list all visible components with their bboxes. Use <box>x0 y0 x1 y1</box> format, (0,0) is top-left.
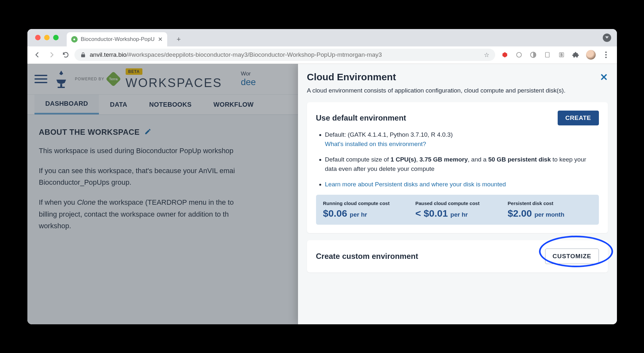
tab-overflow-icon[interactable] <box>603 34 611 42</box>
profile-avatar[interactable] <box>586 50 596 60</box>
panel-title: Cloud Environment <box>307 72 396 83</box>
window-minimize-button[interactable] <box>44 35 50 40</box>
reload-button[interactable] <box>60 49 71 60</box>
page-viewport: POWERED BY Terra BETA WORKSPACES Wor dee <box>27 64 617 324</box>
default-env-item-3: Learn more about Persistent disks and wh… <box>325 180 599 189</box>
favicon-icon: ● <box>71 36 78 43</box>
extensions-puzzle-icon[interactable] <box>572 51 580 59</box>
close-icon[interactable]: ✕ <box>600 72 608 83</box>
cloud-environment-panel: Cloud Environment ✕ A cloud environment … <box>298 64 617 324</box>
svg-point-8 <box>605 54 607 56</box>
forward-button[interactable] <box>46 49 57 60</box>
svg-text:B: B <box>560 53 562 57</box>
svg-point-2 <box>516 53 521 57</box>
default-env-title: Use default environment <box>316 113 406 123</box>
extension-icon-4[interactable] <box>543 51 551 59</box>
back-button[interactable] <box>32 49 43 60</box>
svg-point-7 <box>605 52 607 53</box>
extension-icon-1[interactable] <box>501 51 509 59</box>
window-close-button[interactable] <box>35 35 41 40</box>
svg-marker-0 <box>605 36 609 38</box>
browser-tab[interactable]: ● Bioconductor-Workshop-PopU ✕ <box>67 32 167 46</box>
custom-environment-card: Create custom environment CUSTOMIZE <box>307 240 608 272</box>
custom-env-title: Create custom environment <box>316 252 418 261</box>
url-path: /#workspaces/deeppilots-bioconductor-may… <box>127 51 382 58</box>
tab-strip: ● Bioconductor-Workshop-PopU ✕ + <box>27 29 617 46</box>
lock-icon <box>80 52 86 58</box>
svg-marker-1 <box>502 52 507 58</box>
url-host: anvil.terra.bio <box>90 51 127 58</box>
panel-subtitle: A cloud environment consists of applicat… <box>307 86 608 95</box>
extension-icons: B <box>498 50 612 60</box>
chrome-menu-icon[interactable] <box>602 51 610 59</box>
cost-disk: Persistent disk cost $2.00per month <box>508 201 592 219</box>
tab-title: Bioconductor-Workshop-PopU <box>81 36 155 43</box>
default-environment-card: Use default environment CREATE Default: … <box>307 102 608 233</box>
default-env-item-1: Default: (GATK 4.1.4.1, Python 3.7.10, R… <box>325 130 599 149</box>
window-maximize-button[interactable] <box>53 35 59 40</box>
learn-more-link[interactable]: Learn more about Persistent disks and wh… <box>325 181 506 188</box>
window-controls <box>35 35 59 40</box>
whats-installed-link[interactable]: What's installed on this environment? <box>325 141 426 147</box>
default-env-item-2: Default compute size of 1 CPU(s), 3.75 G… <box>325 155 599 174</box>
tab-close-button[interactable]: ✕ <box>158 36 163 43</box>
browser-window: ● Bioconductor-Workshop-PopU ✕ + anvil.t… <box>27 29 617 324</box>
extension-icon-2[interactable] <box>515 51 523 59</box>
cost-paused: Paused cloud compute cost < $0.01per hr <box>415 201 499 219</box>
new-tab-button[interactable]: + <box>173 34 185 45</box>
extension-icon-3[interactable] <box>529 51 537 59</box>
svg-point-9 <box>605 57 607 58</box>
customize-button[interactable]: CUSTOMIZE <box>545 249 599 264</box>
extension-icon-5[interactable]: B <box>558 51 565 59</box>
cost-summary: Running cloud compute cost $0.06per hr P… <box>316 195 599 225</box>
cost-running: Running cloud compute cost $0.06per hr <box>323 201 407 219</box>
bookmark-star-icon[interactable]: ☆ <box>484 51 489 59</box>
browser-toolbar: anvil.terra.bio/#workspaces/deeppilots-b… <box>27 46 617 64</box>
svg-rect-4 <box>545 53 549 57</box>
create-button[interactable]: CREATE <box>558 111 599 125</box>
address-bar[interactable]: anvil.terra.bio/#workspaces/deeppilots-b… <box>74 49 495 61</box>
